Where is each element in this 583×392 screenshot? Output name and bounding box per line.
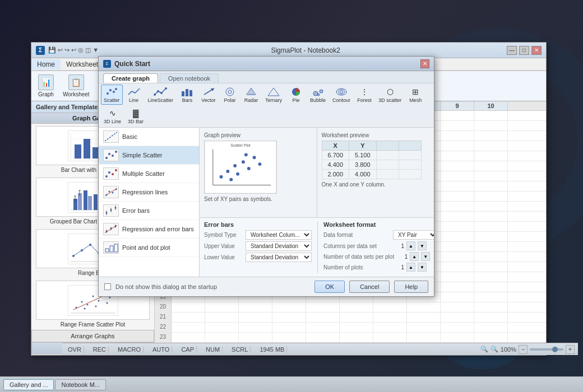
- taskbar-gallery[interactable]: Gallery and ...: [3, 379, 54, 390]
- chart-list-simple-scatter[interactable]: Simple Scatter: [99, 146, 199, 165]
- spreadsheet-cell[interactable]: [306, 333, 340, 342]
- chart-list-regression-error[interactable]: Regression and error bars: [99, 220, 199, 239]
- chart-type-3d-bar[interactable]: ▓ 3D Bar: [125, 106, 146, 126]
- spreadsheet-cell[interactable]: [407, 302, 441, 312]
- spreadsheet-cell[interactable]: [474, 232, 508, 241]
- spreadsheet-cell[interactable]: [172, 302, 205, 312]
- ribbon-graph[interactable]: 📊 Graph: [34, 73, 58, 99]
- chart-type-polar[interactable]: Polar: [220, 85, 240, 105]
- spreadsheet-cell[interactable]: [441, 262, 474, 272]
- spreadsheet-cell[interactable]: [474, 312, 508, 322]
- chart-type-forest[interactable]: ⋮ Forest: [354, 85, 374, 105]
- chart-list-multiple-scatter[interactable]: Multiple Scatter: [99, 165, 199, 183]
- spreadsheet-cell[interactable]: [474, 202, 508, 211]
- spreadsheet-cell[interactable]: [441, 292, 474, 302]
- spreadsheet-cell[interactable]: [474, 222, 508, 231]
- chart-type-bubble[interactable]: Bubble: [307, 85, 328, 105]
- ribbon-worksheet[interactable]: 📋 Worksheet: [59, 73, 93, 99]
- spreadsheet-cell[interactable]: [306, 302, 340, 312]
- spreadsheet-cell[interactable]: [441, 171, 474, 181]
- dtab-create-graph[interactable]: Create graph: [103, 73, 158, 83]
- spreadsheet-cell[interactable]: [272, 333, 306, 342]
- spreadsheet-cell[interactable]: [172, 333, 205, 342]
- spreadsheet-cell[interactable]: [474, 302, 508, 312]
- spreadsheet-cell[interactable]: [474, 292, 508, 302]
- spreadsheet-cell[interactable]: [441, 212, 474, 221]
- spreadsheet-cell[interactable]: [474, 151, 508, 161]
- spreadsheet-cell[interactable]: [340, 333, 373, 342]
- chart-list-regression[interactable]: Regression lines: [99, 183, 199, 202]
- maximize-btn[interactable]: □: [519, 46, 529, 55]
- zoom-out-btn[interactable]: −: [519, 345, 528, 354]
- chart-type-linescatter[interactable]: LineScatter: [145, 85, 177, 105]
- ws-columns-spinner-dn[interactable]: ▼: [418, 241, 427, 250]
- spreadsheet-cell[interactable]: [474, 242, 508, 251]
- spreadsheet-cell[interactable]: [441, 161, 474, 171]
- spreadsheet-row[interactable]: 23: [155, 333, 546, 343]
- chart-list-point-dot[interactable]: Point and dot plot: [99, 239, 199, 257]
- chart-list-basic[interactable]: Basic: [99, 128, 199, 146]
- spreadsheet-cell[interactable]: [474, 252, 508, 262]
- arrange-graphs-btn[interactable]: Arrange Graphs: [31, 330, 154, 342]
- zoom-slider[interactable]: [530, 348, 563, 351]
- eb-symbol-select[interactable]: Worksheet Colum...: [246, 230, 312, 240]
- spreadsheet-cell[interactable]: [340, 323, 373, 332]
- spreadsheet-cell[interactable]: [441, 242, 474, 251]
- spreadsheet-cell[interactable]: [474, 131, 508, 141]
- spreadsheet-cell[interactable]: [441, 141, 474, 151]
- spreadsheet-cell[interactable]: [441, 333, 474, 342]
- spreadsheet-cell[interactable]: [441, 252, 474, 262]
- spreadsheet-cell[interactable]: [239, 302, 272, 312]
- spreadsheet-cell[interactable]: [340, 312, 373, 322]
- spreadsheet-cell[interactable]: [441, 151, 474, 161]
- spreadsheet-cell[interactable]: [205, 333, 239, 342]
- spreadsheet-cell[interactable]: [239, 312, 272, 322]
- spreadsheet-cell[interactable]: [441, 232, 474, 241]
- dtab-open-notebook[interactable]: Open notebook: [160, 73, 219, 83]
- chart-type-bars[interactable]: Bars: [177, 85, 197, 105]
- spreadsheet-cell[interactable]: [474, 192, 508, 201]
- chart-type-contour[interactable]: Contour: [330, 85, 353, 105]
- spreadsheet-cell[interactable]: [441, 202, 474, 211]
- spreadsheet-cell[interactable]: [441, 192, 474, 201]
- spreadsheet-cell[interactable]: [407, 312, 441, 322]
- spreadsheet-row[interactable]: 20: [155, 302, 546, 312]
- spreadsheet-cell[interactable]: [373, 323, 407, 332]
- spreadsheet-cell[interactable]: [474, 272, 508, 282]
- spreadsheet-cell[interactable]: [474, 212, 508, 221]
- eb-lower-select[interactable]: Standard Deviation: [246, 253, 312, 262]
- spreadsheet-cell[interactable]: [373, 302, 407, 312]
- chart-type-line[interactable]: Line: [124, 85, 144, 105]
- eb-upper-select[interactable]: Standard Deviation: [246, 241, 312, 251]
- ws-data-format-select[interactable]: XY Pair: [393, 230, 434, 240]
- spreadsheet-cell[interactable]: [441, 121, 474, 130]
- spreadsheet-cell[interactable]: [239, 323, 272, 332]
- dialog-help-btn[interactable]: Help: [394, 281, 428, 293]
- chart-type-scatter[interactable]: Scatter: [101, 85, 123, 105]
- spreadsheet-cell[interactable]: [474, 161, 508, 171]
- chart-type-mesh[interactable]: ⊞ Mesh: [405, 85, 425, 105]
- spreadsheet-cell[interactable]: [239, 333, 272, 342]
- dialog-ok-btn[interactable]: OK: [314, 281, 345, 293]
- spreadsheet-cell[interactable]: [474, 171, 508, 181]
- ws-plots-spinner-up[interactable]: ▲: [406, 263, 415, 272]
- spreadsheet-cell[interactable]: [441, 111, 474, 120]
- ws-datasets-spinner-up[interactable]: ▲: [410, 252, 419, 261]
- spreadsheet-cell[interactable]: [441, 312, 474, 322]
- spreadsheet-cell[interactable]: [407, 333, 441, 342]
- zoom-in-btn[interactable]: +: [566, 345, 575, 354]
- spreadsheet-cell[interactable]: [441, 222, 474, 231]
- close-btn[interactable]: ✕: [531, 46, 542, 55]
- dialog-close-btn[interactable]: ✕: [420, 59, 429, 68]
- spreadsheet-cell[interactable]: [272, 302, 306, 312]
- spreadsheet-cell[interactable]: [474, 111, 508, 120]
- spreadsheet-cell[interactable]: [474, 141, 508, 151]
- dialog-checkbox[interactable]: [104, 283, 111, 290]
- spreadsheet-cell[interactable]: [441, 282, 474, 292]
- spreadsheet-cell[interactable]: [373, 333, 407, 342]
- spreadsheet-cell[interactable]: [272, 312, 306, 322]
- ws-plots-spinner-dn[interactable]: ▼: [418, 263, 427, 272]
- spreadsheet-cell[interactable]: [407, 323, 441, 332]
- ws-datasets-spinner-dn[interactable]: ▼: [421, 252, 430, 261]
- spreadsheet-cell[interactable]: [272, 323, 306, 332]
